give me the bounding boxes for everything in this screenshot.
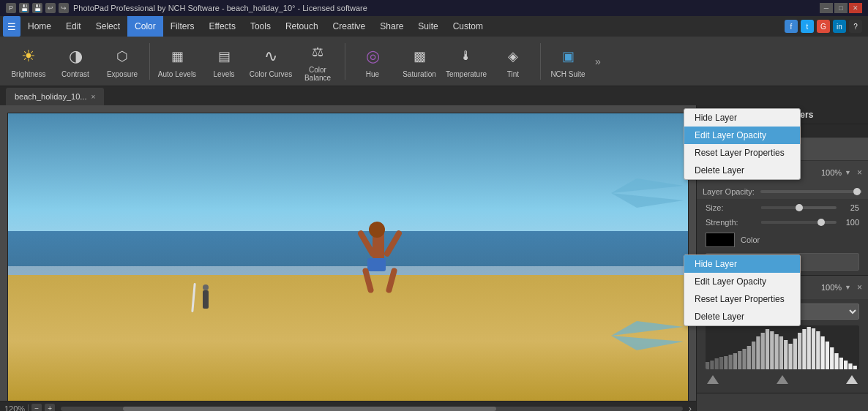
zoom-out-button[interactable]: − bbox=[31, 404, 42, 412]
ctx-bot-delete[interactable]: Delete Layer bbox=[684, 308, 800, 325]
minimize-button[interactable]: ─ bbox=[820, 3, 833, 13]
scroll-right-icon[interactable]: › bbox=[689, 404, 692, 412]
svg-rect-2 bbox=[715, 358, 719, 369]
svg-rect-1 bbox=[710, 361, 714, 369]
svg-rect-7 bbox=[738, 351, 741, 369]
brightness-percent-dropdown[interactable]: ▼ bbox=[845, 169, 851, 176]
undo-icon[interactable]: ↩ bbox=[45, 3, 56, 13]
brightness-percent: 100% bbox=[821, 168, 842, 177]
levels-close-icon[interactable]: × bbox=[857, 282, 862, 293]
close-button[interactable]: ✕ bbox=[849, 3, 862, 13]
temperature-label: Temperature bbox=[446, 70, 487, 78]
tw-icon[interactable]: t bbox=[801, 20, 814, 33]
surfer-head bbox=[203, 284, 209, 290]
brightness-strength-track[interactable] bbox=[761, 221, 837, 224]
exposure-icon: ⬡ bbox=[111, 45, 134, 68]
svg-rect-31 bbox=[848, 363, 852, 369]
toolbar-more-icon[interactable]: » bbox=[592, 56, 604, 67]
tab-bar: beach_holiday_10... × bbox=[0, 86, 868, 105]
menu-tools[interactable]: Tools bbox=[243, 16, 278, 37]
brightness-label: Brightness bbox=[11, 70, 45, 78]
canvas-image[interactable] bbox=[7, 113, 689, 408]
toolbar-divider-2 bbox=[345, 43, 345, 80]
tint-label: Tint bbox=[507, 70, 519, 78]
menu-edit[interactable]: Edit bbox=[59, 16, 89, 37]
autolevels-tool[interactable]: ▦ Auto Levels bbox=[154, 40, 200, 83]
menu-color[interactable]: Color bbox=[127, 16, 163, 37]
ctx-bot-reset[interactable]: Reset Layer Properties bbox=[684, 290, 800, 308]
contrast-tool[interactable]: ◑ Contrast bbox=[53, 40, 98, 83]
li-icon[interactable]: in bbox=[833, 20, 846, 33]
ctx-top-edit-opacity[interactable]: Edit Layer Opacity bbox=[684, 127, 800, 144]
levels-label: Levels bbox=[214, 70, 235, 78]
svg-rect-16 bbox=[779, 336, 783, 369]
maximize-button[interactable]: □ bbox=[834, 3, 848, 13]
gp-icon[interactable]: G bbox=[817, 20, 830, 33]
histogram-shadow-marker[interactable] bbox=[707, 375, 719, 384]
ctx-bot-edit-opacity[interactable]: Edit Layer Opacity bbox=[684, 273, 800, 290]
nchsuite-tool[interactable]: ▣ NCH Suite bbox=[545, 40, 591, 83]
tint-tool[interactable]: ◈ Tint bbox=[490, 40, 536, 83]
saturation-tool[interactable]: ▩ Saturation bbox=[397, 40, 442, 83]
save2-icon[interactable]: 💾 bbox=[32, 3, 42, 13]
menu-effects[interactable]: Effects bbox=[201, 16, 242, 37]
tab-close-icon[interactable]: × bbox=[91, 93, 95, 101]
context-menu-bottom-popup: Hide Layer Edit Layer Opacity Reset Laye… bbox=[684, 254, 801, 326]
zoom-in-button[interactable]: + bbox=[45, 404, 55, 412]
context-menu-top-popup: Hide Layer Edit Layer Opacity Reset Laye… bbox=[684, 108, 801, 180]
brightness-close-icon[interactable]: × bbox=[857, 167, 862, 178]
scroll-track[interactable] bbox=[61, 407, 683, 411]
canvas-area[interactable]: 120% − + › bbox=[0, 105, 696, 411]
ctx-top-delete[interactable]: Delete Layer bbox=[684, 162, 800, 179]
save-icon[interactable]: 💾 bbox=[19, 3, 29, 13]
exposure-tool[interactable]: ⬡ Exposure bbox=[100, 40, 145, 83]
menu-filters[interactable]: Filters bbox=[163, 16, 202, 37]
menu-select[interactable]: Select bbox=[89, 16, 127, 37]
svg-rect-23 bbox=[812, 328, 815, 369]
menu-bar: ☰ Home Edit Select Color Filters Effects… bbox=[0, 16, 868, 37]
redo-icon[interactable]: ↪ bbox=[59, 3, 69, 13]
menu-suite[interactable]: Suite bbox=[411, 16, 445, 37]
levels-tool[interactable]: ▤ Levels bbox=[201, 40, 247, 83]
brightness-size-label: Size: bbox=[706, 203, 757, 212]
svg-rect-32 bbox=[853, 366, 857, 369]
colorbalance-tool[interactable]: ⚖ Color Balance bbox=[295, 40, 340, 83]
brightness-color-swatch[interactable] bbox=[706, 233, 735, 247]
brightness-size-track[interactable] bbox=[761, 206, 837, 209]
zoom-divider bbox=[28, 404, 29, 412]
brightness-strength-row: Strength: 100 bbox=[706, 218, 859, 227]
hamburger-menu[interactable]: ☰ bbox=[3, 16, 20, 37]
beach-sand bbox=[8, 275, 688, 407]
histogram-mid-marker[interactable] bbox=[777, 375, 788, 384]
colorcurves-tool[interactable]: ∿ Color Curves bbox=[248, 40, 293, 83]
zoom-level: 120% bbox=[4, 404, 25, 412]
menu-creative[interactable]: Creative bbox=[326, 16, 373, 37]
ctx-top-reset[interactable]: Reset Layer Properties bbox=[684, 144, 800, 162]
menu-custom[interactable]: Custom bbox=[446, 16, 490, 37]
nchsuite-icon: ▣ bbox=[556, 45, 580, 68]
brightness-icon: ☀ bbox=[17, 45, 40, 68]
saturation-icon: ▩ bbox=[408, 45, 431, 68]
brightness-opacity-track[interactable] bbox=[760, 190, 862, 193]
ctx-top-hide[interactable]: Hide Layer bbox=[684, 109, 800, 127]
colorcurves-icon: ∿ bbox=[259, 45, 283, 68]
temperature-icon: 🌡 bbox=[454, 45, 478, 68]
ctx-bot-hide[interactable]: Hide Layer bbox=[684, 255, 800, 273]
help-icon[interactable]: ? bbox=[849, 20, 862, 33]
hue-tool[interactable]: ◎ Hue bbox=[350, 40, 395, 83]
contrast-icon: ◑ bbox=[64, 45, 87, 68]
brightness-tool[interactable]: ☀ Brightness bbox=[6, 40, 51, 83]
window-controls: ─ □ ✕ bbox=[820, 3, 862, 13]
figure-main bbox=[362, 225, 398, 313]
menu-share[interactable]: Share bbox=[373, 16, 411, 37]
toolbar-divider-1 bbox=[149, 43, 150, 80]
levels-percent-dropdown[interactable]: ▼ bbox=[845, 284, 851, 291]
menu-home[interactable]: Home bbox=[20, 16, 59, 37]
svg-rect-4 bbox=[724, 356, 727, 369]
brightness-opacity-thumb bbox=[853, 188, 861, 195]
histogram-highlight-marker[interactable] bbox=[846, 375, 858, 384]
temperature-tool[interactable]: 🌡 Temperature bbox=[444, 40, 489, 83]
file-tab[interactable]: beach_holiday_10... × bbox=[6, 88, 104, 105]
menu-retouch[interactable]: Retouch bbox=[278, 16, 326, 37]
fb-icon[interactable]: f bbox=[785, 20, 798, 33]
